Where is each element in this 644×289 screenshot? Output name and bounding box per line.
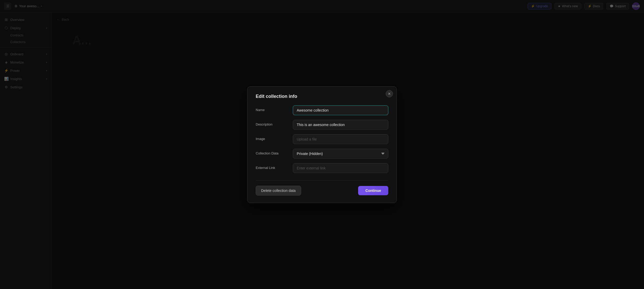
image-label: Image bbox=[256, 134, 287, 141]
edit-collection-modal: ✕ Edit collection info Name Description … bbox=[247, 86, 397, 203]
external-link-field-row: External Link bbox=[256, 163, 388, 173]
collection-data-field-row: Collection Data Public Private (Hidden) … bbox=[256, 149, 388, 159]
image-field-row: Image bbox=[256, 134, 388, 144]
modal-close-button[interactable]: ✕ bbox=[386, 90, 393, 97]
external-link-label: External Link bbox=[256, 163, 287, 170]
name-field-row: Name bbox=[256, 105, 388, 115]
delete-button-label: Delete collection data bbox=[261, 189, 296, 193]
name-input[interactable] bbox=[293, 105, 388, 115]
collection-data-label: Collection Data bbox=[256, 149, 287, 155]
image-input[interactable] bbox=[293, 134, 388, 144]
modal-title: Edit collection info bbox=[256, 94, 388, 99]
description-label: Description bbox=[256, 120, 287, 126]
close-icon: ✕ bbox=[388, 92, 391, 96]
continue-button-label: Continue bbox=[365, 189, 381, 193]
external-link-input[interactable] bbox=[293, 163, 388, 173]
name-label: Name bbox=[256, 105, 287, 112]
description-field-row: Description bbox=[256, 120, 388, 130]
modal-footer: Delete collection data Continue bbox=[256, 180, 388, 196]
modal-overlay: ✕ Edit collection info Name Description … bbox=[0, 0, 644, 289]
delete-collection-button[interactable]: Delete collection data bbox=[256, 186, 301, 196]
continue-button[interactable]: Continue bbox=[358, 186, 388, 195]
description-input[interactable] bbox=[293, 120, 388, 130]
collection-data-select[interactable]: Public Private (Hidden) Unlisted bbox=[293, 149, 388, 159]
